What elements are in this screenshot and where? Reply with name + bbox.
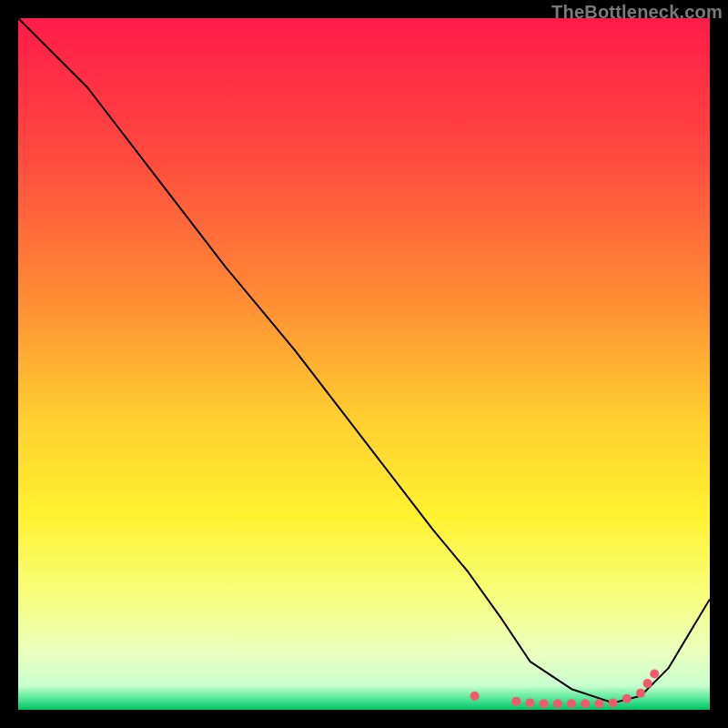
highlight-dot: [540, 699, 549, 708]
highlight-dot: [622, 694, 632, 703]
highlight-dot: [553, 699, 562, 708]
highlight-dot: [650, 670, 659, 679]
highlight-dot: [525, 698, 534, 707]
highlight-dot: [511, 697, 521, 706]
highlight-dot: [470, 692, 480, 701]
highlight-dot: [594, 699, 603, 708]
highlight-dot: [567, 699, 576, 708]
chart-svg: [18, 18, 710, 710]
highlight-dot: [609, 698, 618, 707]
watermark-label: TheBottleneck.com: [551, 2, 723, 23]
highlight-dot: [581, 699, 590, 708]
highlight-dot: [643, 679, 652, 688]
gradient-background: [18, 18, 710, 710]
plot-area: [18, 18, 710, 710]
chart-frame: TheBottleneck.com: [0, 0, 728, 728]
highlight-dot: [636, 689, 645, 698]
